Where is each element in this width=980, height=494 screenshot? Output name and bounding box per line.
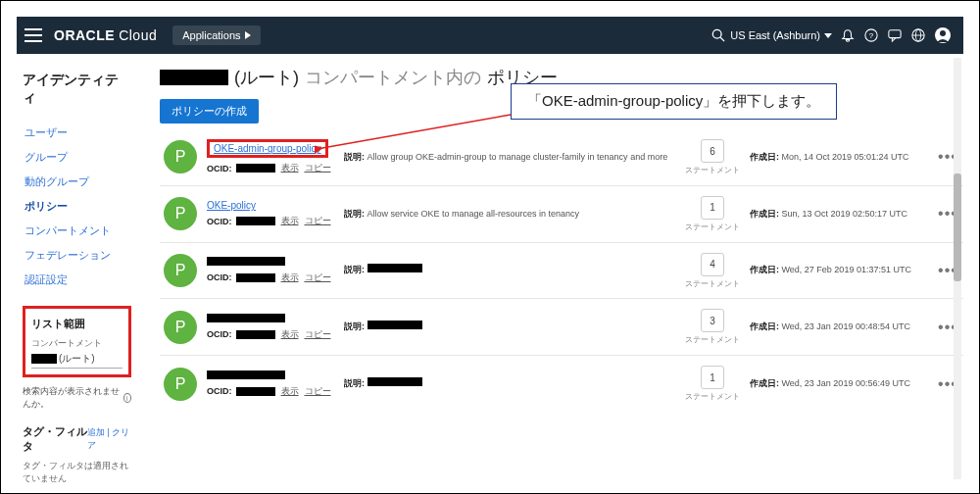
global-header: ORACLECloud Applications US East (Ashbur… xyxy=(17,17,963,54)
notifications-icon[interactable] xyxy=(841,28,855,42)
redacted-text xyxy=(207,314,285,322)
chat-icon[interactable] xyxy=(888,28,902,42)
policy-name-cell: OCID: 表示 コピー xyxy=(207,257,334,284)
statement-count-cell: 1ステートメント xyxy=(685,366,740,402)
redacted-text xyxy=(368,377,422,386)
statement-count-cell: 4ステートメント xyxy=(685,253,740,289)
tag-filter-header: タグ・フィルタ 追加 | クリア xyxy=(23,424,131,454)
redacted-text xyxy=(368,264,422,272)
brand-logo: ORACLECloud xyxy=(54,27,157,43)
created-date: 作成日: Mon, 14 Oct 2019 05:01:24 UTC xyxy=(750,151,926,164)
statement-count: 6 xyxy=(701,139,724,163)
sidebar-title: アイデンティティ xyxy=(23,72,131,107)
statement-count-label: ステートメント xyxy=(685,393,740,402)
chevron-right-icon xyxy=(245,31,251,39)
policy-avatar: P xyxy=(164,368,197,401)
ocid-show-link[interactable]: 表示 xyxy=(281,215,299,227)
ocid-show-link[interactable]: 表示 xyxy=(281,162,299,174)
statement-count-cell: 3ステートメント xyxy=(685,309,740,345)
ocid-copy-link[interactable]: コピー xyxy=(305,162,331,174)
policy-row: POKE-admin-group-policyOCID: 表示 コピー説明: A… xyxy=(160,129,963,186)
highlighted-link: OKE-admin-group-policy xyxy=(207,139,328,158)
list-scope-panel: リスト範囲 コンパートメント (ルート) xyxy=(23,306,131,377)
policy-name-link[interactable]: OKE-admin-group-policy xyxy=(214,143,321,154)
ocid-line: OCID: 表示 コピー xyxy=(207,162,334,174)
statement-count-label: ステートメント xyxy=(685,336,740,345)
statement-count-cell: 6ステートメント xyxy=(685,139,740,175)
brand-sub: Cloud xyxy=(119,27,157,43)
policy-row: POCID: 表示 コピー説明: 1ステートメント作成日: Wed, 23 Ja… xyxy=(160,356,963,412)
statement-count-label: ステートメント xyxy=(685,167,740,175)
policy-name-cell: OKE-admin-group-policyOCID: 表示 コピー xyxy=(207,139,334,174)
sidebar-item-auth-settings[interactable]: 認証設定 xyxy=(23,268,131,292)
redacted-text xyxy=(236,273,275,282)
hamburger-menu-icon[interactable] xyxy=(24,28,42,42)
compartment-suffix: (ルート) xyxy=(59,352,95,366)
policy-description: 説明: Allow service OKE to manage all-reso… xyxy=(344,208,675,221)
redacted-text xyxy=(236,330,275,339)
policy-row: POCID: 表示 コピー説明: 3ステートメント作成日: Wed, 23 Ja… xyxy=(160,299,963,356)
ocid-show-link[interactable]: 表示 xyxy=(281,328,299,341)
statement-count: 4 xyxy=(701,253,724,276)
ocid-copy-link[interactable]: コピー xyxy=(305,385,331,398)
create-policy-button[interactable]: ポリシーの作成 xyxy=(160,99,259,124)
search-hint: 検索内容が表示されませんか。 i xyxy=(23,385,131,411)
globe-icon[interactable] xyxy=(911,28,925,42)
ocid-line: OCID: 表示 コピー xyxy=(207,328,334,341)
statement-count: 1 xyxy=(701,196,724,220)
search-icon[interactable] xyxy=(711,28,725,42)
compartment-selector[interactable]: (ルート) xyxy=(31,352,122,369)
user-avatar-icon[interactable] xyxy=(935,27,951,43)
policy-row: POCID: 表示 コピー説明: 4ステートメント作成日: Wed, 27 Fe… xyxy=(160,243,963,300)
list-scope-title: リスト範囲 xyxy=(31,317,122,331)
policy-avatar: P xyxy=(164,254,197,287)
ocid-show-link[interactable]: 表示 xyxy=(281,385,299,398)
scrollbar-thumb[interactable] xyxy=(954,173,961,281)
tag-filter-actions[interactable]: 追加 | クリア xyxy=(87,426,131,452)
statement-count-label: ステートメント xyxy=(685,223,740,232)
policy-list: POKE-admin-group-policyOCID: 表示 コピー説明: A… xyxy=(160,129,963,412)
redacted-text xyxy=(160,70,228,85)
ocid-line: OCID: 表示 コピー xyxy=(207,272,334,284)
sidebar-item-users[interactable]: ユーザー xyxy=(23,121,131,145)
tag-filter-empty-note: タグ・フィルタは適用されていません xyxy=(23,460,131,485)
sidebar-item-federation[interactable]: フェデレーション xyxy=(23,243,131,268)
policy-name-link[interactable]: OKE-policy xyxy=(207,200,256,211)
policy-avatar: P xyxy=(164,140,197,173)
title-root: (ルート) xyxy=(234,66,299,89)
sidebar: アイデンティティ ユーザー グループ 動的グループ ポリシー コンパートメント … xyxy=(17,54,142,475)
ocid-copy-link[interactable]: コピー xyxy=(305,272,331,284)
redacted-text xyxy=(236,217,275,225)
policy-avatar: P xyxy=(164,311,197,344)
sidebar-item-compartments[interactable]: コンパートメント xyxy=(23,219,131,243)
policy-description: 説明: Allow group OKE-admin-group to manag… xyxy=(344,151,675,164)
statement-count-label: ステートメント xyxy=(685,280,740,289)
redacted-text xyxy=(368,321,422,329)
svg-text:?: ? xyxy=(869,31,874,40)
sidebar-item-dynamic-groups[interactable]: 動的グループ xyxy=(23,170,131,194)
policy-name-cell: OCID: 表示 コピー xyxy=(207,370,334,398)
statement-count-cell: 1ステートメント xyxy=(685,196,740,232)
applications-button[interactable]: Applications xyxy=(172,25,260,45)
info-icon[interactable]: i xyxy=(123,393,131,403)
ocid-copy-link[interactable]: コピー xyxy=(305,215,331,227)
statement-count: 3 xyxy=(701,309,724,332)
redacted-text xyxy=(207,257,285,266)
policy-description: 説明: xyxy=(344,264,675,276)
sidebar-item-groups[interactable]: グループ xyxy=(23,145,131,170)
statement-count: 1 xyxy=(701,366,724,389)
policy-avatar: P xyxy=(164,197,197,230)
policy-name-cell: OKE-policyOCID: 表示 コピー xyxy=(207,200,334,227)
ocid-copy-link[interactable]: コピー xyxy=(305,328,331,341)
brand-main: ORACLE xyxy=(54,27,115,43)
policy-description: 説明: xyxy=(344,321,675,333)
redacted-text xyxy=(207,370,285,379)
ocid-show-link[interactable]: 表示 xyxy=(281,272,299,284)
policy-row: POKE-policyOCID: 表示 コピー説明: Allow service… xyxy=(160,186,963,243)
help-icon[interactable]: ? xyxy=(864,28,878,42)
ocid-line: OCID: 表示 コピー xyxy=(207,385,334,398)
sidebar-item-policies[interactable]: ポリシー xyxy=(23,194,131,219)
region-selector[interactable]: US East (Ashburn) xyxy=(730,29,832,41)
instruction-callout: 「OKE-admin-group-policy」を押下します。 xyxy=(511,83,837,120)
svg-rect-4 xyxy=(889,30,901,38)
